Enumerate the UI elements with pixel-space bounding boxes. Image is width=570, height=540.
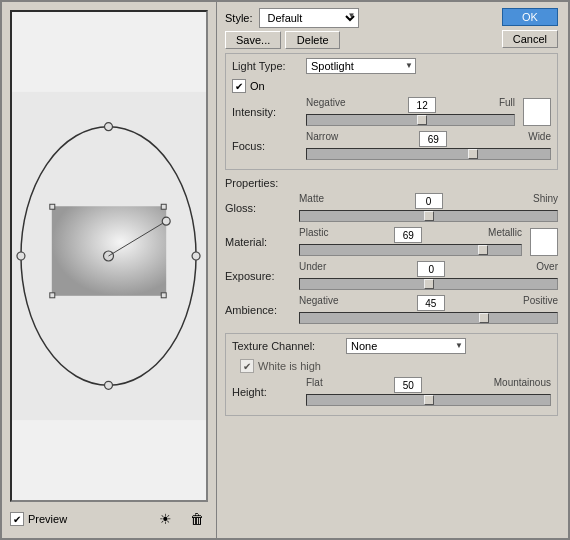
focus-row: Focus: Narrow Wide [232,131,551,160]
texture-channel-select[interactable]: None [346,338,466,354]
ambience-slider-group: Negative Positive [299,295,558,324]
light-type-row: Light Type: Spotlight [232,58,551,74]
ambience-slider[interactable] [299,312,558,324]
intensity-slider-group: Negative Full [306,97,515,126]
focus-value[interactable] [419,131,447,147]
right-panel: Style: Default Save... Delete OK Cancel [217,2,568,538]
intensity-negative-label: Negative [306,97,345,113]
material-metallic-label: Metallic [488,227,522,243]
intensity-slider[interactable] [306,114,515,126]
height-slider[interactable] [306,394,551,406]
height-slider-group: Flat Mountainous [306,377,551,406]
texture-section: Texture Channel: None ✔ White is high He… [225,333,558,416]
white-high-checkbox[interactable]: ✔ [240,359,254,373]
svg-rect-13 [161,293,166,298]
ambience-value[interactable] [417,295,445,311]
white-high-label: White is high [258,360,321,372]
svg-point-4 [192,252,200,260]
height-mountainous-label: Mountainous [494,377,551,393]
svg-point-3 [105,123,113,131]
svg-rect-12 [50,293,55,298]
exposure-over-label: Over [536,261,558,277]
focus-wide-label: Wide [528,131,551,147]
intensity-labels: Negative Full [306,97,515,113]
light-type-select-wrapper[interactable]: Spotlight [306,58,416,74]
gloss-shiny-label: Shiny [533,193,558,209]
material-label: Material: [225,236,295,248]
texture-channel-row: Texture Channel: None [232,338,551,354]
intensity-row: Intensity: Negative Full [232,97,551,126]
exposure-value[interactable] [417,261,445,277]
material-value[interactable] [394,227,422,243]
height-row: Height: Flat Mountainous [232,377,551,406]
preview-checkbox-row[interactable]: ✔ Preview [10,512,67,526]
material-slider-group: Plastic Metallic [299,227,522,256]
focus-labels: Narrow Wide [306,131,551,147]
intensity-value[interactable] [408,97,436,113]
exposure-under-label: Under [299,261,326,277]
svg-rect-10 [50,204,55,209]
height-label: Height: [232,386,302,398]
height-value[interactable] [394,377,422,393]
svg-point-6 [17,252,25,260]
ambience-labels: Negative Positive [299,295,558,311]
focus-label: Focus: [232,140,302,152]
material-slider[interactable] [299,244,522,256]
texture-channel-select-wrapper[interactable]: None [346,338,466,354]
bottom-bar: ✔ Preview ☀ 🗑 [10,502,208,530]
gloss-slider[interactable] [299,210,558,222]
gloss-value[interactable] [415,193,443,209]
gloss-row: Gloss: Matte Shiny [225,193,558,222]
properties-title: Properties: [225,177,558,189]
light-type-label: Light Type: [232,60,302,72]
style-select-wrapper[interactable]: Default [259,8,359,28]
white-high-checkmark: ✔ [243,361,251,372]
height-flat-label: Flat [306,377,323,393]
bulb-icon[interactable]: ☀ [154,508,176,530]
intensity-color-swatch[interactable] [523,98,551,126]
on-label: On [250,80,265,92]
light-type-select[interactable]: Spotlight [306,58,416,74]
trash-icon[interactable]: 🗑 [186,508,208,530]
style-label: Style: [225,12,253,24]
material-row: Material: Plastic Metallic [225,227,558,256]
material-plastic-label: Plastic [299,227,328,243]
focus-narrow-label: Narrow [306,131,338,147]
preview-label: Preview [28,513,67,525]
gloss-slider-group: Matte Shiny [299,193,558,222]
svg-point-9 [162,217,170,225]
focus-slider[interactable] [306,148,551,160]
focus-slider-group: Narrow Wide [306,131,551,160]
save-button[interactable]: Save... [225,31,281,49]
gloss-matte-label: Matte [299,193,324,209]
delete-button[interactable]: Delete [285,31,340,49]
ambience-label: Ambience: [225,304,295,316]
exposure-slider[interactable] [299,278,558,290]
ambience-negative-label: Negative [299,295,338,311]
white-high-row: ✔ White is high [240,359,551,373]
light-type-section: Light Type: Spotlight ✔ On Intensity: [225,53,558,170]
exposure-row: Exposure: Under Over [225,261,558,290]
intensity-full-label: Full [499,97,515,113]
ambience-row: Ambience: Negative Positive [225,295,558,324]
exposure-labels: Under Over [299,261,558,277]
exposure-label: Exposure: [225,270,295,282]
left-panel: ✔ Preview ☀ 🗑 [2,2,217,538]
exposure-slider-group: Under Over [299,261,558,290]
material-color-swatch[interactable] [530,228,558,256]
preview-checkbox[interactable]: ✔ [10,512,24,526]
intensity-label: Intensity: [232,106,302,118]
on-checkbox-row[interactable]: ✔ On [232,79,551,93]
cancel-button[interactable]: Cancel [502,30,558,48]
preview-canvas [10,10,208,502]
ok-button[interactable]: OK [502,8,558,26]
on-checkmark-icon: ✔ [235,81,243,92]
gloss-label: Gloss: [225,202,295,214]
material-labels: Plastic Metallic [299,227,522,243]
save-delete-row: Save... Delete [225,31,496,49]
style-select[interactable]: Default [259,8,359,28]
checkmark-icon: ✔ [13,514,21,525]
gloss-labels: Matte Shiny [299,193,558,209]
dialog: ✔ Preview ☀ 🗑 Style: Default [0,0,570,540]
on-checkbox[interactable]: ✔ [232,79,246,93]
